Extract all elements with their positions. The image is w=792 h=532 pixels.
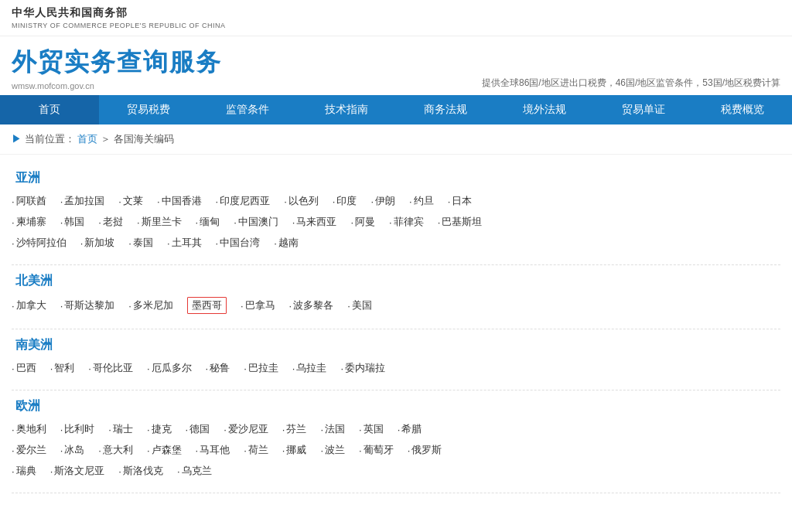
country-puertorico[interactable]: ·波多黎各 (289, 298, 334, 312)
country-poland[interactable]: ·波兰 (320, 443, 345, 457)
country-vietnam[interactable]: ·越南 (274, 236, 299, 250)
country-portugal[interactable]: ·葡萄牙 (359, 443, 394, 457)
country-slovenia[interactable]: ·斯洛文尼亚 (50, 464, 105, 478)
region-title-sa: 南美洲 (12, 337, 780, 353)
country-indonesia[interactable]: ·印度尼西亚 (216, 194, 271, 208)
country-netherlands[interactable]: ·荷兰 (244, 443, 268, 457)
region-north-america: 北美洲 ·加拿大 ·哥斯达黎加 ·多米尼加 墨西哥 ·巴拿马 ·波多黎各 ·美国 (12, 273, 780, 329)
country-japan[interactable]: ·日本 (448, 194, 473, 208)
country-taiwan[interactable]: ·中国台湾 (216, 236, 261, 250)
country-luxembourg[interactable]: ·卢森堡 (147, 443, 182, 457)
country-srilanka[interactable]: ·斯里兰卡 (137, 215, 182, 229)
country-ecuador[interactable]: ·厄瓜多尔 (147, 361, 192, 375)
nav-foreign-law[interactable]: 境外法规 (495, 95, 594, 124)
region-title-na: 北美洲 (12, 273, 780, 289)
country-ukraine[interactable]: ·乌克兰 (177, 464, 212, 478)
country-singapore[interactable]: ·新加坡 (80, 236, 115, 250)
country-chile[interactable]: ·智利 (50, 361, 75, 375)
country-finland[interactable]: ·芬兰 (282, 422, 307, 436)
country-italy[interactable]: ·意大利 (98, 443, 133, 457)
country-costarica[interactable]: ·哥斯达黎加 (60, 298, 115, 312)
country-domrep[interactable]: ·多米尼加 (128, 298, 173, 312)
site-branding: 外贸实务查询服务 wmsw.mofcom.gov.cn (12, 46, 222, 90)
breadcrumb-home[interactable]: 首页 (77, 133, 97, 145)
country-philippines[interactable]: ·菲律宾 (389, 215, 424, 229)
nav-trade-docs[interactable]: 贸易单证 (594, 95, 693, 124)
country-malta[interactable]: ·马耳他 (196, 443, 230, 457)
na-row-1: ·加拿大 ·哥斯达黎加 ·多米尼加 墨西哥 ·巴拿马 ·波多黎各 ·美国 (12, 297, 780, 317)
europe-row-3: ·瑞典 ·斯洛文尼亚 ·斯洛伐克 ·乌克兰 (12, 464, 780, 481)
breadcrumb-current: 各国海关编码 (114, 133, 174, 145)
country-belgium[interactable]: ·比利时 (60, 422, 95, 436)
nav-home[interactable]: 首页 (0, 95, 99, 124)
country-india[interactable]: ·印度 (333, 194, 357, 208)
region-south-america: 南美洲 ·巴西 ·智利 ·哥伦比亚 ·厄瓜多尔 ·秘鲁 ·巴拉圭 ·乌拉圭 ·委… (12, 337, 780, 390)
site-url: wmsw.mofcom.gov.cn (12, 81, 222, 90)
country-mexico[interactable]: 墨西哥 (187, 297, 227, 314)
country-sweden[interactable]: ·瑞典 (12, 464, 36, 478)
country-canada[interactable]: ·加拿大 (12, 298, 46, 312)
asia-row-3: ·沙特阿拉伯 ·新加坡 ·泰国 ·土耳其 ·中国台湾 ·越南 (12, 236, 780, 253)
country-uk[interactable]: ·英国 (359, 422, 384, 436)
breadcrumb-separator: ＞ (101, 133, 114, 145)
region-asia: 亚洲 ·阿联酋 ·孟加拉国 ·文莱 ·中国香港 ·印度尼西亚 ·以色列 ·印度 … (12, 170, 780, 265)
country-greece[interactable]: ·希腊 (398, 422, 422, 436)
header-top: 中华人民共和国商务部 MINISTRY OF COMMERCE PEOPLE'S… (0, 0, 792, 36)
breadcrumb-prefix: 当前位置： (25, 133, 75, 145)
country-ireland[interactable]: ·爱尔兰 (12, 443, 46, 457)
country-macau[interactable]: ·中国澳门 (234, 215, 278, 229)
asia-row-2: ·柬埔寨 ·韩国 ·老挝 ·斯里兰卡 ·缅甸 ·中国澳门 ·马来西亚 ·阿曼 ·… (12, 215, 780, 232)
country-korea[interactable]: ·韩国 (60, 215, 85, 229)
country-israel[interactable]: ·以色列 (284, 194, 319, 208)
country-uruguay[interactable]: ·乌拉圭 (292, 361, 327, 375)
country-colombia[interactable]: ·哥伦比亚 (88, 361, 133, 375)
country-myanmar[interactable]: ·缅甸 (196, 215, 220, 229)
country-france[interactable]: ·法国 (320, 422, 345, 436)
country-estonia[interactable]: ·爱沙尼亚 (224, 422, 268, 436)
country-cambodia[interactable]: ·柬埔寨 (12, 215, 46, 229)
country-malaysia[interactable]: ·马来西亚 (292, 215, 337, 229)
country-uae[interactable]: ·阿联酋 (12, 194, 46, 208)
country-austria[interactable]: ·奥地利 (12, 422, 46, 436)
nav-trade-tax[interactable]: 贸易税费 (99, 95, 198, 124)
country-switzerland[interactable]: ·瑞士 (108, 422, 133, 436)
country-venezuela[interactable]: ·委内瑞拉 (340, 361, 385, 375)
country-laos[interactable]: ·老挝 (98, 215, 123, 229)
main-content: 亚洲 ·阿联酋 ·孟加拉国 ·文莱 ·中国香港 ·印度尼西亚 ·以色列 ·印度 … (0, 155, 792, 509)
logo-cn: 中华人民共和国商务部 (12, 6, 225, 20)
europe-row-2: ·爱尔兰 ·冰岛 ·意大利 ·卢森堡 ·马耳他 ·荷兰 ·挪威 ·波兰 ·葡萄牙… (12, 443, 780, 460)
country-slovakia[interactable]: ·斯洛伐克 (118, 464, 163, 478)
country-peru[interactable]: ·秘鲁 (206, 361, 230, 375)
country-norway[interactable]: ·挪威 (282, 443, 307, 457)
navigation: 首页 贸易税费 监管条件 技术指南 商务法规 境外法规 贸易单证 税费概览 (0, 95, 792, 124)
sa-row-1: ·巴西 ·智利 ·哥伦比亚 ·厄瓜多尔 ·秘鲁 ·巴拉圭 ·乌拉圭 ·委内瑞拉 (12, 361, 780, 378)
country-saudi[interactable]: ·沙特阿拉伯 (12, 236, 67, 250)
country-russia[interactable]: ·俄罗斯 (408, 443, 442, 457)
country-hk[interactable]: ·中国香港 (157, 194, 202, 208)
country-thailand[interactable]: ·泰国 (128, 236, 153, 250)
country-usa[interactable]: ·美国 (347, 298, 372, 312)
breadcrumb: ▶ 当前位置： 首页 ＞ 各国海关编码 (0, 124, 792, 155)
country-paraguay[interactable]: ·巴拉圭 (244, 361, 278, 375)
country-brazil[interactable]: ·巴西 (12, 361, 36, 375)
nav-commerce-law[interactable]: 商务法规 (396, 95, 495, 124)
country-czech[interactable]: ·捷克 (147, 422, 172, 436)
country-brunei[interactable]: ·文莱 (118, 194, 143, 208)
country-panama[interactable]: ·巴拿马 (241, 298, 275, 312)
site-title: 外贸实务查询服务 (12, 46, 222, 80)
nav-tech-guide[interactable]: 技术指南 (297, 95, 396, 124)
country-bangladesh[interactable]: ·孟加拉国 (60, 194, 105, 208)
country-turkey[interactable]: ·土耳其 (167, 236, 202, 250)
country-jordan[interactable]: ·约旦 (409, 194, 434, 208)
country-iceland[interactable]: ·冰岛 (60, 443, 85, 457)
asia-row-1: ·阿联酋 ·孟加拉国 ·文莱 ·中国香港 ·印度尼西亚 ·以色列 ·印度 ·伊朗… (12, 194, 780, 211)
nav-tax-overview[interactable]: 税费概览 (693, 95, 792, 124)
region-title-asia: 亚洲 (12, 170, 780, 186)
logo: 中华人民共和国商务部 MINISTRY OF COMMERCE PEOPLE'S… (12, 6, 225, 29)
nav-supervision[interactable]: 监管条件 (198, 95, 297, 124)
country-oman[interactable]: ·阿曼 (350, 215, 375, 229)
country-germany[interactable]: ·德国 (186, 422, 210, 436)
country-pakistan[interactable]: ·巴基斯坦 (438, 215, 483, 229)
country-iran[interactable]: ·伊朗 (370, 194, 395, 208)
site-description: 提供全球86国/地区进出口税费，46国/地区监管条件，53国/地区税费计算 (482, 76, 780, 90)
